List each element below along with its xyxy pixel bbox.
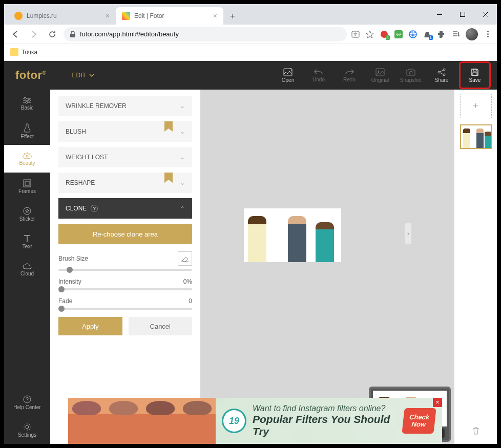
url-input[interactable]: fotor.com/app.html#/editor/beauty xyxy=(64,27,347,41)
eraser-button[interactable] xyxy=(178,251,192,266)
tool-panel: WRINKLE REMOVER⌄ BLUSH⌄ WEIGHT LOST⌄ RES… xyxy=(50,90,200,444)
sidebar-item-text[interactable]: Text xyxy=(4,228,50,255)
close-window-button[interactable] xyxy=(474,7,497,22)
open-button[interactable]: Open xyxy=(275,64,301,87)
undo-icon xyxy=(314,69,323,76)
help-icon[interactable]: ? xyxy=(91,205,98,212)
delete-button[interactable] xyxy=(472,426,479,435)
text-icon xyxy=(24,234,31,243)
sidebar-item-cloud[interactable]: Cloud xyxy=(4,255,50,283)
chevron-down-icon: ⌄ xyxy=(180,179,185,186)
cloud-icon xyxy=(23,263,32,270)
image-thumbnail[interactable] xyxy=(460,124,492,149)
svg-rect-8 xyxy=(284,69,292,76)
favicon xyxy=(122,12,130,20)
save-button[interactable]: Save xyxy=(462,64,488,87)
svg-point-18 xyxy=(28,99,30,101)
svg-rect-21 xyxy=(24,180,31,187)
extension-icon[interactable]: 4 xyxy=(380,30,389,39)
browser-tab-active[interactable]: Edit | Fotor × xyxy=(116,7,223,25)
share-button[interactable]: Share xyxy=(428,64,455,87)
intensity-slider[interactable] xyxy=(58,288,192,290)
cancel-button[interactable]: Cancel xyxy=(129,317,193,335)
mode-dropdown[interactable]: EDIT xyxy=(72,72,94,79)
url-text: fotor.com/app.html#/editor/beauty xyxy=(80,30,179,38)
reload-button[interactable] xyxy=(45,27,59,41)
canvas-image xyxy=(244,208,341,262)
close-icon[interactable]: × xyxy=(106,12,110,20)
forward-button[interactable] xyxy=(27,27,41,41)
bookmark-item[interactable]: Точка xyxy=(22,49,37,56)
intensity-value: 0% xyxy=(183,278,192,285)
extensions-menu-icon[interactable] xyxy=(437,30,446,39)
browser-titlebar: Lumpics.ru × Edit | Fotor × + xyxy=(4,4,497,25)
svg-point-13 xyxy=(438,71,440,73)
redo-button[interactable]: Redo xyxy=(336,64,363,87)
tab-title: Edit | Fotor xyxy=(134,12,209,19)
share-icon xyxy=(437,68,446,76)
folder-icon xyxy=(10,48,18,56)
svg-point-17 xyxy=(24,97,26,99)
sidebar-item-help[interactable]: ?Help Center xyxy=(4,389,50,416)
bookmark-icon xyxy=(164,173,173,183)
extension-icon[interactable] xyxy=(394,30,403,39)
new-tab-button[interactable]: + xyxy=(225,9,240,24)
svg-rect-2 xyxy=(70,34,75,37)
sidebar-item-beauty[interactable]: Beauty xyxy=(4,145,50,173)
fade-value: 0 xyxy=(189,297,192,305)
brush-size-slider[interactable] xyxy=(58,269,192,271)
extension-icon[interactable]: 1 xyxy=(423,30,432,39)
ad-banner[interactable]: 19 Want to find Instagram filters online… xyxy=(68,398,442,444)
frame-icon xyxy=(23,179,31,187)
chevron-down-icon: ⌄ xyxy=(180,128,185,135)
back-button[interactable] xyxy=(8,27,23,41)
undo-button[interactable]: Undo xyxy=(305,64,332,87)
expand-handle[interactable]: › xyxy=(405,223,411,244)
sidebar-item-settings[interactable]: Settings xyxy=(4,416,50,444)
ad-cta-button[interactable]: CheckNow xyxy=(402,408,436,434)
bookmarks-bar: Точка xyxy=(4,44,497,60)
svg-point-14 xyxy=(443,74,445,76)
thumbnail-strip: + xyxy=(454,90,497,444)
redo-icon xyxy=(345,69,354,76)
rechoose-button[interactable]: Re-choose clone area xyxy=(58,224,192,244)
apply-button[interactable]: Apply xyxy=(58,317,122,335)
intensity-label: Intensity xyxy=(58,278,81,285)
address-bar: fotor.com/app.html#/editor/beauty 文 4 1 xyxy=(4,25,497,44)
eye-icon xyxy=(22,152,32,159)
svg-rect-22 xyxy=(25,181,29,185)
close-icon[interactable]: × xyxy=(213,12,217,20)
accordion-wrinkle[interactable]: WRINKLE REMOVER⌄ xyxy=(58,96,192,116)
ad-badge: 19 xyxy=(222,409,246,433)
add-image-button[interactable]: + xyxy=(460,94,492,118)
close-ad-button[interactable]: × xyxy=(433,398,442,407)
sidebar-item-basic[interactable]: Basic xyxy=(4,90,50,117)
star-icon[interactable] xyxy=(365,30,374,39)
maximize-button[interactable] xyxy=(451,7,474,22)
accordion-weight[interactable]: WEIGHT LOST⌄ xyxy=(58,147,192,167)
browser-menu-button[interactable] xyxy=(483,29,493,39)
accordion-blush[interactable]: BLUSH⌄ xyxy=(58,121,192,142)
brush-size-label: Brush Size xyxy=(58,255,88,262)
fade-label: Fade xyxy=(58,297,72,305)
image-icon xyxy=(375,68,385,76)
svg-point-12 xyxy=(443,69,445,71)
sidebar-item-sticker[interactable]: Sticker xyxy=(4,200,50,228)
fade-slider[interactable] xyxy=(58,308,192,310)
browser-tab[interactable]: Lumpics.ru × xyxy=(8,7,116,25)
sidebar-item-effect[interactable]: Effect xyxy=(4,117,50,145)
reading-list-icon[interactable] xyxy=(451,30,461,39)
sidebar-item-frames[interactable]: Frames xyxy=(4,173,50,200)
canvas[interactable]: 852px × 480px − 21% + Compare↘ › xyxy=(200,90,454,444)
extension-icon[interactable] xyxy=(408,30,418,39)
profile-avatar[interactable] xyxy=(466,28,478,40)
minimize-button[interactable] xyxy=(428,7,451,22)
accordion-clone[interactable]: CLONE?⌄ xyxy=(58,198,192,219)
snapshot-button[interactable]: Snapshot xyxy=(398,64,424,87)
accordion-reshape[interactable]: RESHAPE⌄ xyxy=(58,173,192,193)
app-toolbar: fotor® EDIT Open Undo Redo Original Snap… xyxy=(4,61,497,90)
original-button[interactable]: Original xyxy=(367,64,393,87)
translate-icon[interactable]: 文 xyxy=(351,30,360,39)
sliders-icon xyxy=(23,97,32,104)
svg-point-20 xyxy=(26,155,28,157)
